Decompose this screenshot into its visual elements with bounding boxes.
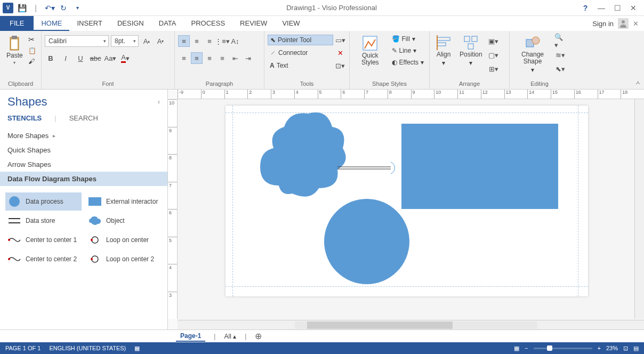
font-color-button[interactable]: A▾	[119, 52, 131, 64]
copy-icon[interactable]: 📋	[28, 47, 36, 54]
increase-font-icon[interactable]: A▴	[141, 35, 152, 47]
stencil-more-shapes[interactable]: More Shapes ▸	[0, 128, 167, 143]
fill-button[interactable]: 🪣Fill ▾	[390, 34, 426, 44]
collapse-panel-icon[interactable]: ‹	[158, 98, 160, 106]
send-back-button[interactable]: ▢▾	[488, 49, 500, 61]
visio-app-icon[interactable]: V	[2, 2, 14, 14]
bullets-button[interactable]: ⋮≡▾	[216, 35, 228, 47]
stencils-tab[interactable]: STENCILS	[7, 114, 42, 122]
search-tab[interactable]: SEARCH	[69, 114, 98, 122]
decrease-indent-button[interactable]: ⇤	[229, 52, 241, 64]
switch-windows-icon[interactable]: ▤	[633, 345, 639, 352]
macro-recorder-icon[interactable]: ▦	[134, 345, 140, 352]
group-button[interactable]: ⊞▾	[488, 63, 500, 75]
qat-customize-icon[interactable]: ▾	[71, 2, 83, 14]
align-right-button[interactable]: ≡	[204, 52, 215, 64]
format-painter-icon[interactable]: 🖌	[28, 58, 36, 65]
page-tab-all[interactable]: All ▴	[224, 333, 236, 340]
rectangle-tool-button[interactable]: ▭▾	[334, 34, 346, 46]
font-name-combo[interactable]: Calibri	[45, 35, 109, 47]
shape-data-process-instance[interactable]	[324, 199, 409, 284]
tab-view[interactable]: VIEW	[275, 16, 307, 31]
save-icon[interactable]: 💾	[16, 2, 28, 14]
find-button[interactable]: 🔍▾	[554, 35, 566, 47]
font-size-combo[interactable]: 8pt.	[111, 35, 139, 47]
stencil-quick-shapes[interactable]: Quick Shapes	[0, 143, 167, 157]
maximize-icon[interactable]: ☐	[612, 4, 623, 12]
shape-external-interactor-instance[interactable]	[401, 124, 558, 209]
quick-styles-button[interactable]: Quick Styles	[353, 33, 388, 68]
change-case-button[interactable]: Aa▾	[104, 52, 116, 64]
guide-vertical[interactable]	[578, 106, 578, 296]
zoom-out-button[interactable]: −	[525, 345, 528, 351]
undo-icon[interactable]: ↶▾	[44, 2, 55, 14]
sign-in-area[interactable]: Sign in ✕	[592, 18, 644, 29]
text-direction-button[interactable]: A↕	[229, 35, 241, 47]
shape-center-to-center-2[interactable]: Center to center 2	[5, 250, 82, 268]
drawing-page[interactable]	[226, 106, 588, 296]
zoom-slider[interactable]	[534, 348, 592, 349]
close-icon[interactable]: ✕	[628, 4, 639, 12]
align-bottom-button[interactable]: ≡	[204, 35, 215, 47]
connector-instance[interactable]	[337, 161, 404, 177]
shape-loop-on-center-2[interactable]: Loop on center 2	[86, 250, 162, 268]
redo-icon[interactable]: ↻	[58, 2, 69, 14]
zoom-in-button[interactable]: +	[598, 345, 601, 351]
line-button[interactable]: ✎Line ▾	[390, 46, 426, 55]
guide-horizontal[interactable]	[226, 286, 588, 287]
help-icon[interactable]: ?	[580, 4, 591, 12]
shape-loop-on-center[interactable]: Loop on center	[86, 231, 162, 249]
shape-data-store[interactable]: Data store	[5, 212, 82, 230]
shape-object-instance[interactable]	[252, 106, 348, 207]
align-center-button[interactable]: ≡	[191, 52, 203, 64]
tab-design[interactable]: DESIGN	[110, 16, 151, 31]
status-language[interactable]: ENGLISH (UNITED STATES)	[49, 345, 126, 351]
tab-process[interactable]: PROCESS	[184, 16, 233, 31]
zoom-level[interactable]: 23%	[606, 345, 618, 351]
connection-point-button[interactable]: ⊡▾	[334, 60, 346, 71]
drawing-canvas[interactable]	[178, 99, 644, 320]
connector-tool-button[interactable]: ⟋Connector	[268, 48, 333, 58]
change-shape-button[interactable]: Change Shape▾	[513, 33, 552, 76]
shape-data-process[interactable]: Data process	[5, 192, 82, 211]
minimize-icon[interactable]: —	[596, 4, 607, 12]
add-page-button[interactable]: ⊕	[255, 331, 262, 341]
guide-vertical[interactable]	[232, 106, 233, 296]
position-button[interactable]: Position▾	[456, 33, 486, 69]
decrease-font-icon[interactable]: A▾	[155, 35, 166, 47]
page-tab-1[interactable]: Page-1	[176, 331, 205, 342]
tab-insert[interactable]: INSERT	[69, 16, 109, 31]
tab-home[interactable]: HOME	[34, 16, 69, 31]
select-button[interactable]: ⬉▾	[554, 63, 566, 75]
tab-file[interactable]: FILE	[0, 16, 34, 31]
italic-button[interactable]: I	[60, 52, 71, 64]
text-tool-button[interactable]: AText	[268, 61, 333, 70]
paste-button[interactable]: Paste ▾	[3, 33, 26, 67]
shape-object[interactable]: Object	[86, 212, 162, 230]
underline-button[interactable]: U	[75, 52, 86, 64]
tab-data[interactable]: DATA	[151, 16, 184, 31]
align-left-button[interactable]: ≡	[178, 52, 190, 64]
justify-button[interactable]: ≡	[216, 52, 228, 64]
delete-button[interactable]: ✕	[334, 47, 346, 59]
increase-indent-button[interactable]: ⇥	[242, 52, 254, 64]
horizontal-scrollbar[interactable]	[295, 321, 537, 329]
stencil-data-flow[interactable]: Data Flow Diagram Shapes	[0, 172, 167, 186]
align-middle-button[interactable]: ≡	[191, 35, 203, 47]
stencil-arrow-shapes[interactable]: Arrow Shapes	[0, 157, 167, 172]
cut-icon[interactable]: ✂	[28, 35, 36, 44]
align-button[interactable]: Align▾	[433, 33, 454, 69]
shape-center-to-center-1[interactable]: Center to center 1	[5, 231, 82, 249]
fit-to-window-icon[interactable]: ⊡	[623, 345, 628, 352]
close-pane-icon[interactable]: ✕	[633, 20, 639, 28]
collapse-ribbon-icon[interactable]: ㅅ	[635, 79, 641, 87]
effects-button[interactable]: ◐Effects ▾	[390, 58, 426, 67]
align-top-button[interactable]: ≡	[178, 35, 190, 47]
strikethrough-button[interactable]: abc	[90, 52, 101, 64]
layers-button[interactable]: ≋▾	[554, 49, 566, 61]
presentation-mode-icon[interactable]: ▦	[514, 345, 519, 352]
vertical-scrollbar[interactable]	[634, 99, 644, 319]
bold-button[interactable]: B	[45, 52, 57, 64]
tab-review[interactable]: REVIEW	[232, 16, 275, 31]
pointer-tool-button[interactable]: ⬉Pointer Tool	[268, 35, 333, 45]
